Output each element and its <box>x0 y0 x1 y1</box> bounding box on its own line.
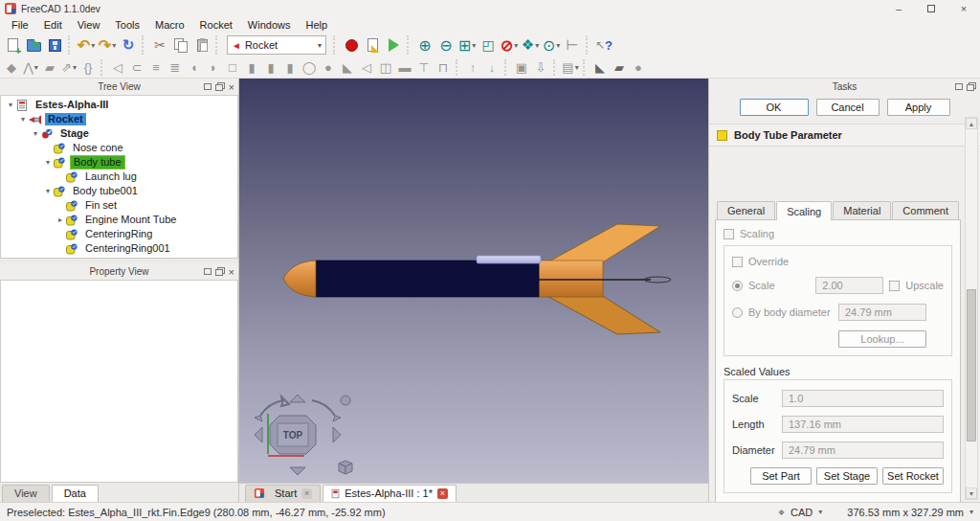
tree-expander-icon[interactable]: ▾ <box>30 129 41 138</box>
nav-cube-face[interactable]: TOP <box>270 416 316 454</box>
copy-button[interactable] <box>170 34 191 56</box>
move-up-button[interactable]: ↑ <box>463 58 482 78</box>
tab-comment[interactable]: Comment <box>892 201 959 219</box>
nav-style-caret-icon[interactable]: ▾ <box>818 508 822 516</box>
override-checkbox[interactable] <box>732 257 743 267</box>
tasks-scrollbar[interactable]: ▲ ▼ <box>965 117 978 500</box>
tab-scaling[interactable]: Scaling <box>776 201 832 220</box>
edit-component-button[interactable]: ▣ <box>512 58 531 78</box>
fin-can-button[interactable]: ◫ <box>376 58 395 78</box>
menu-macro[interactable]: Macro <box>147 17 192 33</box>
macro-play-button[interactable] <box>383 34 404 56</box>
scaled-length-input[interactable]: 137.16 mm <box>782 416 944 433</box>
tab-data[interactable]: Data <box>52 485 99 502</box>
body-tube-button[interactable]: ≡ <box>146 58 166 78</box>
nav-style-label[interactable]: CAD <box>791 507 813 518</box>
scale-input[interactable]: 2.00 <box>815 277 883 294</box>
tab-material[interactable]: Material <box>833 201 891 219</box>
rotate-right-arrow[interactable] <box>312 400 335 416</box>
minimize-button[interactable]: – <box>882 0 915 17</box>
tree-item-centeringring001[interactable]: CenteringRing001 <box>1 241 237 256</box>
tree-item-rocket[interactable]: ▾Rocket <box>1 112 237 126</box>
viewport-3d[interactable]: TOP <box>239 79 708 483</box>
tab-close-icon[interactable]: × <box>301 488 312 499</box>
draw-style-button[interactable]: ▾ <box>499 34 520 56</box>
bulkhead-button[interactable]: ▮ <box>280 58 300 78</box>
close-panel-icon[interactable]: × <box>229 82 234 92</box>
mdi-tab-start[interactable]: Start× <box>245 485 321 502</box>
cut-button[interactable] <box>149 34 170 56</box>
tree-item-estes-alpha-iii[interactable]: ▾Estes-Alpha-III <box>1 98 237 112</box>
mdi-tab-estes-alpha-iii-1-[interactable]: Estes-Alpha-III : 1*× <box>323 485 457 502</box>
workbench-selector[interactable]: ◄Rocket▾ <box>227 35 326 55</box>
engine-mount-tube[interactable] <box>539 260 603 297</box>
dock-icon[interactable] <box>204 83 212 90</box>
tree-item-body-tube001[interactable]: ▾Body tube001 <box>1 184 237 198</box>
menu-windows[interactable]: Windows <box>240 17 299 33</box>
cancel-button[interactable]: Cancel <box>816 99 880 116</box>
close-panel-icon[interactable]: × <box>229 267 234 277</box>
export-part-button[interactable]: ⇗▾ <box>59 58 78 78</box>
scaled-diameter-input[interactable]: 24.79 mm <box>782 442 944 459</box>
scroll-up-icon[interactable]: ▲ <box>966 118 977 129</box>
close-button[interactable]: × <box>947 0 980 17</box>
calculators-button[interactable]: ▤▾ <box>561 58 580 78</box>
menu-view[interactable]: View <box>70 17 108 33</box>
float-icon[interactable] <box>215 269 223 276</box>
undo-button[interactable]: ▾ <box>76 34 97 56</box>
body-tube-parameter-section[interactable]: Body Tube Parameter ∧ <box>709 124 980 147</box>
tree-item-fin-set[interactable]: Fin set <box>1 198 237 213</box>
expressions-button[interactable]: {} <box>78 58 98 78</box>
dock-icon[interactable] <box>955 83 963 90</box>
scrollbar-thumb[interactable] <box>967 289 976 442</box>
macro-edit-button[interactable] <box>362 34 383 56</box>
measure-button[interactable] <box>562 34 583 56</box>
menu-tools[interactable]: Tools <box>107 17 147 33</box>
streamer-button[interactable]: ▰ <box>610 58 629 78</box>
tab-view[interactable]: View <box>2 485 50 502</box>
set-rocket-button[interactable]: Set Rocket <box>882 467 944 485</box>
file-new-button[interactable] <box>2 34 23 56</box>
centering-ring-button[interactable]: ◯ <box>300 58 319 78</box>
tilt-up-arrow[interactable] <box>290 395 305 402</box>
view-size-value[interactable]: 376.53 mm x 327.29 mm <box>847 507 964 518</box>
nav-sphere-icon[interactable] <box>341 396 350 405</box>
scroll-down-icon[interactable]: ▼ <box>966 487 977 499</box>
file-open-button[interactable] <box>23 34 44 56</box>
tree-expander-icon[interactable]: ▾ <box>5 101 16 109</box>
float-icon[interactable] <box>215 84 223 91</box>
nose-cone-button[interactable]: ◁ <box>108 58 127 78</box>
body-tube[interactable] <box>316 260 539 297</box>
navigation-cube[interactable]: TOP <box>247 391 354 479</box>
upscale-checkbox[interactable] <box>889 281 900 291</box>
refresh-button[interactable] <box>118 34 139 56</box>
tab-general[interactable]: General <box>717 201 775 219</box>
fit-selection-button[interactable] <box>478 34 499 56</box>
scaled-scale-input[interactable]: 1.0 <box>782 390 944 407</box>
parachute-button[interactable]: ◣ <box>590 58 610 78</box>
ring-tail-button[interactable]: ● <box>319 58 338 78</box>
lookup-button[interactable]: Lookup... <box>838 330 926 348</box>
float-icon[interactable] <box>967 84 974 91</box>
view-size-caret-icon[interactable]: ▾ <box>969 508 973 516</box>
tree-item-centeringring[interactable]: CenteringRing <box>1 227 237 241</box>
reducer-button[interactable]: ◣ <box>338 58 357 78</box>
solid-part-button[interactable]: ◆ <box>2 58 21 78</box>
tree-item-launch-lug[interactable]: Launch lug <box>1 170 237 184</box>
sphere-button[interactable]: ● <box>629 58 648 78</box>
tilt-down-arrow[interactable] <box>290 467 305 475</box>
sketcher-button[interactable]: ⋀▾ <box>21 58 40 78</box>
scale-radio[interactable] <box>732 281 743 291</box>
view-isometric-button[interactable]: ▾ <box>520 34 541 56</box>
set-stage-button[interactable]: Set Stage <box>816 467 878 485</box>
menu-rocket[interactable]: Rocket <box>192 17 240 33</box>
paste-button[interactable] <box>191 34 212 56</box>
macro-record-button[interactable] <box>341 34 362 56</box>
tree-expander-icon[interactable]: ▾ <box>42 187 54 195</box>
whats-this-button[interactable] <box>593 34 614 56</box>
launch-lug-button[interactable]: ▬ <box>395 58 414 78</box>
menu-help[interactable]: Help <box>298 17 335 33</box>
tree-item-body-tube[interactable]: ▾Body tube <box>1 155 237 170</box>
tree-item-nose-cone[interactable]: Nose cone <box>1 141 237 155</box>
zoom-out-button[interactable] <box>435 34 457 56</box>
